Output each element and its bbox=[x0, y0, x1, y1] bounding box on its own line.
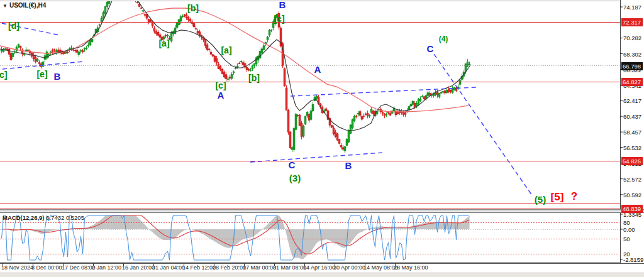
time-axis-label: 17 Mar 00:00 bbox=[243, 264, 276, 271]
wave-label-B[interactable]: B bbox=[279, 0, 286, 9]
macd-name: MACD(12,26,9) bbox=[3, 214, 45, 221]
price-axis-label: 74.187 bbox=[623, 4, 641, 11]
time-axis-label: 14 Apr 16:00 bbox=[303, 264, 335, 271]
price-badge: 54.826 bbox=[621, 157, 643, 165]
macd-axis-label: -2.8159 bbox=[623, 256, 643, 263]
time-axis-label: 28 May 16:00 bbox=[394, 264, 428, 271]
price-axis-label: 56.532 bbox=[623, 144, 641, 151]
wave-label-c[interactable]: [c] bbox=[0, 70, 8, 79]
time-axis-label: 14 Feb 12:00 bbox=[182, 264, 216, 271]
wave-label-A[interactable]: A bbox=[218, 90, 225, 100]
time-axis-label: 18 Nov 2024 bbox=[1, 264, 33, 271]
price-axis-label: 68.302 bbox=[623, 51, 641, 58]
wave-label-B[interactable]: B bbox=[345, 161, 352, 170]
price-axis-label: 62.417 bbox=[623, 97, 641, 104]
time-axis-label: 3 Dec 00:00 bbox=[31, 264, 62, 271]
macd-axis-label: 80 bbox=[623, 219, 630, 226]
price-axis-label: 58.457 bbox=[623, 129, 641, 136]
wave-label-4[interactable]: (4) bbox=[439, 35, 448, 43]
wave-label-[interactable]: ? bbox=[571, 191, 577, 202]
wave-label-B[interactable]: B bbox=[54, 72, 61, 81]
wave-label-C[interactable]: C bbox=[427, 44, 434, 53]
time-axis-label: 16 Jan 20:00 bbox=[122, 264, 155, 271]
time-axis-label: 17 Dec 08:00 bbox=[62, 264, 96, 271]
price-badge: 48.839 bbox=[621, 205, 643, 213]
price-axis-label: 52.572 bbox=[623, 176, 641, 183]
wave-label-A[interactable]: A bbox=[314, 65, 321, 74]
wave-label-5[interactable]: [5] bbox=[551, 192, 564, 202]
wave-label-d[interactable]: [d] bbox=[8, 21, 19, 30]
time-axis-label: 14 May 08:00 bbox=[364, 264, 398, 271]
time-axis-label: 31 Jan 04:00 bbox=[152, 264, 185, 271]
price-badge: 64.827 bbox=[621, 78, 643, 86]
wave-label-C[interactable]: C bbox=[289, 160, 296, 170]
price-axis-label: 60.437 bbox=[623, 113, 641, 120]
time-axis-label: 28 Feb 20:00 bbox=[213, 264, 246, 271]
wave-label-b[interactable]: [b] bbox=[187, 4, 199, 13]
macd-axis-label: 50 bbox=[623, 236, 630, 242]
symbol-label-text: USOIL(€),H4 bbox=[9, 2, 46, 9]
macd-value-1: 0.7432 bbox=[46, 214, 64, 221]
wave-label-a[interactable]: [a] bbox=[158, 39, 169, 48]
price-badge: 66.798 bbox=[621, 62, 643, 70]
time-axis-label: 2 Jan 12:00 bbox=[92, 264, 121, 271]
wave-label-c[interactable]: [c] bbox=[215, 81, 226, 90]
time-axis-label: 30 Apr 00:00 bbox=[333, 264, 365, 271]
trading-chart-window: ▼USOIL(€),H4 MACD(12,26,9) 0.7432 0.5205… bbox=[0, 0, 644, 277]
price-badge: 72.317 bbox=[621, 18, 643, 26]
price-axis-label: 50.592 bbox=[623, 192, 641, 198]
wave-label-e[interactable]: [e] bbox=[36, 70, 47, 79]
wave-label-a[interactable]: [a] bbox=[221, 46, 231, 55]
labels-overlay: ▼USOIL(€),H4 MACD(12,26,9) 0.7432 0.5205… bbox=[0, 0, 644, 277]
wave-label-3[interactable]: (3) bbox=[289, 173, 301, 183]
symbol-selector[interactable]: ▼USOIL(€),H4 bbox=[3, 2, 46, 9]
time-axis-label: 31 Mar 08:00 bbox=[273, 264, 306, 271]
macd-indicator-label: MACD(12,26,9) 0.7432 0.5205 bbox=[3, 214, 84, 221]
macd-value-2: 0.5205 bbox=[66, 214, 84, 221]
wave-label-b[interactable]: [b] bbox=[248, 73, 260, 82]
chevron-down-icon: ▼ bbox=[3, 3, 8, 9]
macd-axis-label: 0.00 bbox=[623, 226, 635, 233]
price-axis-label: 70.282 bbox=[623, 35, 641, 41]
wave-label-5[interactable]: (5) bbox=[535, 195, 546, 204]
wave-label-c[interactable]: [c] bbox=[274, 14, 284, 23]
